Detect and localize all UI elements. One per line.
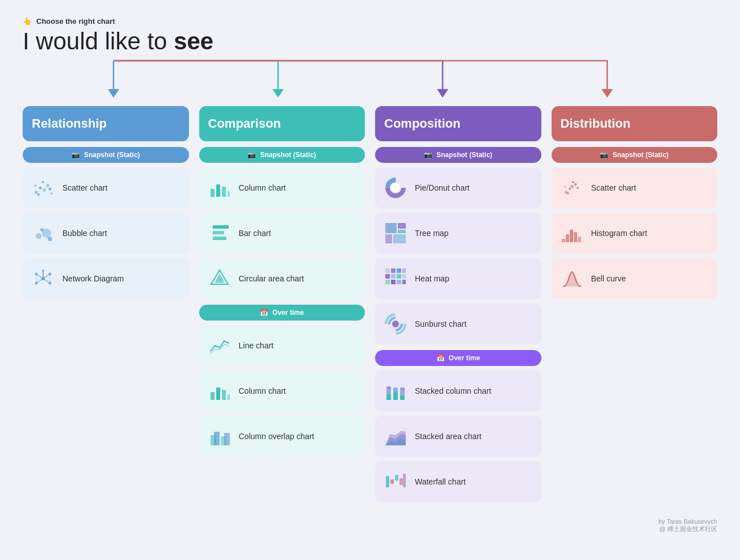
stacked-area-label: Stacked area chart <box>415 432 482 441</box>
line-comp-icon <box>207 333 232 358</box>
chart-bell[interactable]: Bell curve <box>552 258 718 299</box>
sub-label-dist: Snapshot (Static) <box>612 151 668 159</box>
stacked-column-icon <box>383 378 408 403</box>
footer: by Taras Bakusevych @ 稀土掘金技术社区 <box>23 518 717 533</box>
tip-bar: 👆 Choose the right chart <box>23 17 717 26</box>
column2-comp-icon <box>207 378 232 403</box>
circular-comp-icon <box>207 266 232 291</box>
cat-header-distribution: Distribution <box>552 106 718 141</box>
sub-snapshot-comparison: 📷 Snapshot (Static) <box>199 147 365 163</box>
col-distribution: Distribution 📷 Snapshot (Static) Scatter… <box>552 106 718 304</box>
connector-area <box>23 61 717 106</box>
sub-overtime-comparison: 📅 Over time <box>199 305 365 321</box>
cat-header-comparison: Comparison <box>199 106 365 141</box>
main-title: I would like to see <box>23 28 717 55</box>
col-composition: Composition 📷 Snapshot (Static) Pie/Donu… <box>375 106 541 507</box>
chart-stacked-column[interactable]: Stacked column chart <box>375 370 541 411</box>
heatmap-label: Heat map <box>415 274 449 283</box>
col-relationship: Relationship 📷 Snapshot (Static) Scatter… <box>23 106 189 304</box>
cat-title-distribution: Distribution <box>561 116 709 131</box>
stacked-column-label: Stacked column chart <box>415 386 491 395</box>
chart-histogram[interactable]: Histogram chart <box>552 213 718 254</box>
bar-comp-label: Bar chart <box>239 229 271 238</box>
donut-label: Pie/Donut chart <box>415 183 470 192</box>
chart-heatmap[interactable]: Heat map <box>375 258 541 299</box>
sub-label-pos: Snapshot (Static) <box>436 151 493 159</box>
treemap-icon <box>383 221 408 246</box>
scatter-dist-icon <box>560 175 585 200</box>
chart-line-comp[interactable]: Line chart <box>199 325 365 366</box>
sub-snapshot-distribution: 📷 Snapshot (Static) <box>552 147 718 163</box>
chart-scatter-dist[interactable]: Scatter chart <box>552 167 718 208</box>
chart-overlap-comp[interactable]: Column overlap chart <box>199 416 365 457</box>
chart-bubble[interactable]: Bubble chart <box>23 213 189 254</box>
heatmap-icon <box>383 266 408 291</box>
chart-column2-comp[interactable]: Column chart <box>199 370 365 411</box>
sub-overtime-composition: 📅 Over time <box>375 350 541 366</box>
bell-label: Bell curve <box>591 274 626 283</box>
circular-comp-label: Circular area chart <box>239 274 304 283</box>
overlap-comp-label: Column overlap chart <box>239 432 314 441</box>
chart-waterfall[interactable]: Waterfall chart <box>375 461 541 502</box>
bar-comp-icon <box>207 221 232 246</box>
tip-icon: 👆 <box>23 17 32 26</box>
chart-sunburst[interactable]: Sunburst chart <box>375 304 541 344</box>
overtime-comp-label: Over time <box>272 309 304 317</box>
connector-svg <box>23 61 717 106</box>
treemap-label: Tree map <box>415 229 448 238</box>
cat-header-relationship: Relationship <box>23 106 189 141</box>
col-comparison: Comparison 📷 Snapshot (Static) Column ch… <box>199 106 365 461</box>
cat-title-composition: Composition <box>384 116 532 131</box>
calendar-icon-pos: 📅 <box>436 354 445 362</box>
chart-treemap[interactable]: Tree map <box>375 213 541 254</box>
column-comp-icon <box>207 175 232 200</box>
overlap-comp-icon <box>207 424 232 449</box>
cat-header-composition: Composition <box>375 106 541 141</box>
footer-line2: @ 稀土掘金技术社区 <box>23 525 717 533</box>
chart-circular-comp[interactable]: Circular area chart <box>199 258 365 299</box>
chart-donut[interactable]: Pie/Donut chart <box>375 167 541 208</box>
footer-line1: by Taras Bakusevych <box>23 518 717 525</box>
cat-title-comparison: Comparison <box>208 116 356 131</box>
waterfall-icon <box>383 469 408 494</box>
column2-comp-label: Column chart <box>239 386 286 395</box>
camera-icon-pos: 📷 <box>424 151 432 159</box>
scatter-rel-label: Scatter chart <box>62 183 107 192</box>
chart-bar-comp[interactable]: Bar chart <box>199 213 365 254</box>
bubble-icon <box>31 221 56 246</box>
camera-icon-dist: 📷 <box>600 151 608 159</box>
network-label: Network Diagram <box>62 274 124 283</box>
chart-column-comp[interactable]: Column chart <box>199 167 365 208</box>
sub-snapshot-relationship: 📷 Snapshot (Static) <box>23 147 189 163</box>
camera-icon-rel: 📷 <box>72 151 80 159</box>
chart-scatter-rel[interactable]: Scatter chart <box>23 167 189 208</box>
donut-icon <box>383 175 408 200</box>
header: 👆 Choose the right chart I would like to… <box>23 17 717 55</box>
histogram-icon <box>560 221 585 246</box>
scatter-dist-label: Scatter chart <box>591 183 636 192</box>
calendar-icon-comp: 📅 <box>260 309 268 317</box>
overtime-pos-label: Over time <box>449 354 480 362</box>
line-comp-label: Line chart <box>239 341 274 350</box>
network-icon <box>31 266 56 291</box>
chart-network[interactable]: Network Diagram <box>23 258 189 299</box>
tip-text: Choose the right chart <box>36 17 115 26</box>
chart-stacked-area[interactable]: Stacked area chart <box>375 416 541 457</box>
stacked-area-icon <box>383 424 408 449</box>
sub-snapshot-composition: 📷 Snapshot (Static) <box>375 147 541 163</box>
main-columns: Relationship 📷 Snapshot (Static) Scatter… <box>23 106 717 507</box>
bubble-label: Bubble chart <box>62 229 107 238</box>
waterfall-label: Waterfall chart <box>415 477 466 486</box>
sub-label-rel: Snapshot (Static) <box>84 151 140 159</box>
cat-title-relationship: Relationship <box>32 116 180 131</box>
histogram-label: Histogram chart <box>591 229 648 238</box>
scatter-rel-icon <box>31 175 56 200</box>
column-comp-label: Column chart <box>239 183 286 192</box>
sunburst-icon <box>383 311 408 336</box>
bell-icon <box>560 266 585 291</box>
sub-label-comp: Snapshot (Static) <box>260 151 316 159</box>
camera-icon-comp: 📷 <box>247 151 256 159</box>
sunburst-label: Sunburst chart <box>415 319 466 329</box>
